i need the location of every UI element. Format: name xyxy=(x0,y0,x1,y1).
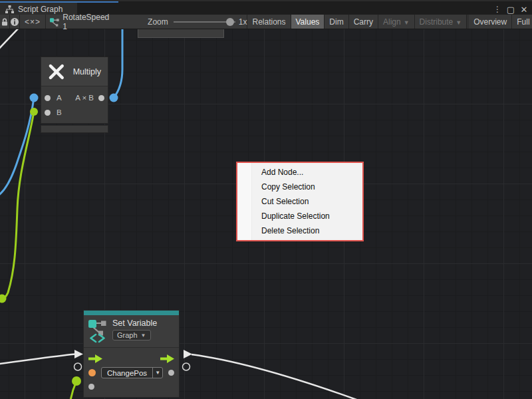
close-icon[interactable]: ✕ xyxy=(519,3,529,15)
port-b-input[interactable] xyxy=(45,110,51,116)
script-graph-window: Script Graph ⋮ ▢ ✕ <×> xyxy=(0,0,532,399)
lock-icon xyxy=(0,17,9,27)
align-button: Align ▼ xyxy=(378,15,415,29)
setvar-value-row xyxy=(84,380,179,394)
chevron-down-icon: ▼ xyxy=(152,368,162,378)
port-a-input[interactable] xyxy=(45,95,51,101)
wire-blue-output[interactable] xyxy=(114,29,122,98)
menu-item-cut-selection[interactable]: Cut Selection xyxy=(237,194,362,209)
maximize-icon[interactable]: ▢ xyxy=(505,3,516,15)
window-menu-icon[interactable]: ⋮ xyxy=(492,3,503,15)
set-variable-title: Set Variable xyxy=(112,319,157,328)
port-b-label: B xyxy=(57,108,62,116)
info-button[interactable] xyxy=(10,15,20,29)
variable-name-port[interactable] xyxy=(88,369,96,376)
full-screen-button[interactable]: Full Screen xyxy=(512,15,532,29)
distribute-button: Distribute ▼ xyxy=(415,15,467,29)
unconnected-port-ring-left[interactable] xyxy=(74,363,82,370)
wire-green-input[interactable] xyxy=(2,112,34,299)
wire-green-input-endpoint[interactable] xyxy=(30,108,38,116)
multiply-node[interactable]: Multiply A A × B B xyxy=(41,57,108,133)
toolbar-right: Relations Values Dim Carry Align ▼ Distr… xyxy=(247,15,532,29)
set-variable-node[interactable]: Set Variable Graph ▼ xyxy=(83,310,180,399)
value-output-port[interactable] xyxy=(168,370,174,376)
multiply-node-body: A A × B B xyxy=(41,86,108,123)
code-view-glyph: <×> xyxy=(25,17,41,27)
toolbar-middle: RotateSpeed 1 Zoom 1x xyxy=(46,15,247,29)
unconnected-port-ring-right[interactable] xyxy=(183,363,190,370)
multiply-icon xyxy=(48,63,65,80)
values-button[interactable]: Values xyxy=(291,15,325,29)
zoom-label: Zoom xyxy=(148,17,168,27)
graph-hierarchy-icon xyxy=(5,5,14,13)
multiply-row-a: A A × B xyxy=(41,90,108,105)
zoom-slider[interactable] xyxy=(174,18,235,26)
graph-canvas[interactable]: Multiply A A × B B xyxy=(0,29,532,399)
lock-button[interactable] xyxy=(0,15,10,29)
zoom-slider-thumb[interactable] xyxy=(226,18,234,26)
info-icon xyxy=(10,17,19,27)
wire-white-topleft[interactable] xyxy=(0,29,21,52)
menu-item-copy-selection[interactable]: Copy Selection xyxy=(237,180,362,194)
set-variable-header[interactable]: Set Variable Graph ▼ xyxy=(84,315,179,348)
wire-green-setvar-endpoint[interactable] xyxy=(72,376,81,386)
menu-item-add-node[interactable]: Add Node... xyxy=(237,165,362,180)
chevron-down-icon: ▼ xyxy=(404,19,410,26)
multiply-row-b: B xyxy=(41,105,108,120)
control-output-arrow-icon[interactable] xyxy=(160,354,174,363)
value-input-port[interactable] xyxy=(88,384,94,390)
carry-button[interactable]: Carry xyxy=(349,15,378,29)
variable-scope-dropdown[interactable]: Graph ▼ xyxy=(112,330,151,340)
variable-kind-bar xyxy=(84,311,179,315)
multiply-node-header[interactable]: Multiply xyxy=(41,57,108,86)
chevron-down-icon: ▼ xyxy=(141,332,146,338)
overview-button[interactable]: Overview xyxy=(469,15,512,29)
port-a-label: A xyxy=(57,94,62,102)
port-result-output[interactable] xyxy=(98,95,104,101)
zoom-value: 1x xyxy=(239,17,247,27)
menu-item-delete-selection[interactable]: Delete Selection xyxy=(237,223,362,238)
set-variable-icon xyxy=(88,319,108,343)
relations-button[interactable]: Relations xyxy=(247,15,291,29)
setvar-control-row xyxy=(84,352,179,366)
graph-toolbar: <×> RotateSpeed 1 Zoom 1x Relations Va xyxy=(0,15,532,29)
set-variable-body: ChangePos ▼ xyxy=(84,348,179,397)
chevron-down-icon: ▼ xyxy=(456,19,462,26)
wire-white-out-of-setvar[interactable] xyxy=(192,354,366,399)
wire-blue-input[interactable] xyxy=(0,98,34,198)
menu-item-duplicate-selection[interactable]: Duplicate Selection xyxy=(237,209,362,223)
graph-name-label: RotateSpeed 1 xyxy=(63,13,113,31)
port-result-label: A × B xyxy=(75,94,94,102)
variable-name-label: ChangePos xyxy=(102,368,152,378)
wire-blue-input-endpoint[interactable] xyxy=(30,94,39,102)
wire-white-output-arrow[interactable] xyxy=(184,350,192,358)
variable-scope-label: Graph xyxy=(117,331,138,339)
code-view-button[interactable]: <×> xyxy=(20,15,46,29)
wire-white-input-arrow[interactable] xyxy=(74,350,83,358)
multiply-node-footer xyxy=(41,125,108,133)
variable-name-dropdown[interactable]: ChangePos ▼ xyxy=(101,367,163,378)
wire-blue-output-endpoint[interactable] xyxy=(110,94,118,102)
graph-breadcrumb[interactable]: RotateSpeed 1 xyxy=(50,13,113,31)
script-graph-icon xyxy=(50,17,59,27)
window-controls: ⋮ ▢ ✕ xyxy=(492,3,529,16)
dim-button[interactable]: Dim xyxy=(325,15,348,29)
wire-white-into-setvar[interactable] xyxy=(0,354,75,365)
control-input-arrow-icon[interactable] xyxy=(88,354,102,363)
context-menu: Add Node... Copy Selection Cut Selection… xyxy=(236,162,364,241)
setvar-variable-row: ChangePos ▼ xyxy=(84,366,179,380)
multiply-node-title: Multiply xyxy=(73,67,101,76)
